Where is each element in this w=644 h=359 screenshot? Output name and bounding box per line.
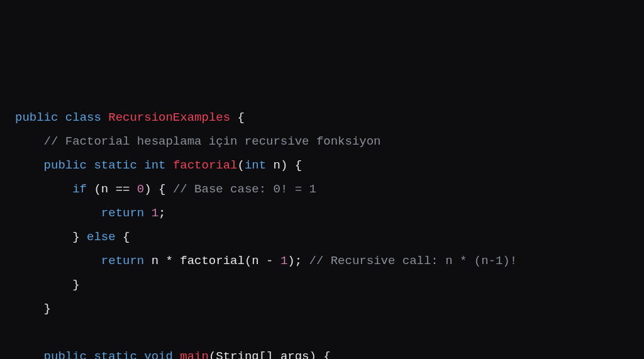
code-line: return n * factorial(n - 1); // Recursiv… [15, 249, 629, 273]
code-token [137, 350, 144, 359]
code-token: RecursionExamples [108, 111, 230, 124]
code-token: } [15, 230, 87, 244]
code-line: public static void main(String[] args) { [15, 345, 629, 359]
code-token: { [230, 111, 245, 124]
code-token [15, 182, 72, 196]
code-token: 1 [280, 254, 287, 268]
code-line [15, 321, 629, 345]
code-token [173, 350, 180, 359]
code-token: n * factorial(n - [144, 254, 280, 268]
code-token: public [15, 111, 58, 124]
code-token: // Recursive call: n * (n-1)! [309, 254, 518, 268]
code-token: void [144, 350, 173, 359]
code-token: { [116, 230, 130, 244]
code-token: ) { [144, 182, 173, 196]
code-token: class [65, 111, 101, 124]
code-token [130, 182, 136, 196]
code-token [144, 206, 151, 220]
code-line: if (n == 0) { // Base case: 0! = 1 [15, 177, 629, 201]
code-line: // Factorial hesaplama için recursive fo… [15, 130, 629, 153]
code-token: } [15, 278, 80, 292]
code-token: public [44, 158, 87, 172]
code-token: n) { [266, 158, 302, 172]
code-token: if [72, 182, 87, 196]
code-token: 0 [137, 182, 144, 196]
code-token: 1 [152, 206, 158, 220]
code-token: == [116, 182, 130, 196]
code-token [137, 158, 144, 172]
code-line: } else { [15, 225, 629, 249]
code-token: // Base case: 0! = 1 [173, 182, 316, 196]
code-token [87, 158, 94, 172]
code-block: public class RecursionExamples { // Fact… [15, 106, 629, 359]
code-line: } [15, 273, 629, 297]
code-token: ( [238, 158, 245, 172]
code-line: } [15, 297, 629, 321]
code-token [15, 350, 44, 359]
code-token: // Factorial hesaplama için recursive fo… [44, 135, 381, 148]
code-token: static [94, 350, 136, 359]
code-token: (String[] args) { [209, 350, 331, 359]
code-token: public [44, 350, 87, 359]
code-token: } [15, 302, 51, 316]
code-token [15, 206, 101, 220]
code-token [101, 111, 108, 124]
code-token: return [101, 254, 144, 268]
code-token: return [101, 206, 144, 220]
code-token: int [245, 158, 266, 172]
code-token: ); [287, 254, 309, 268]
code-token [87, 350, 94, 359]
code-line: public class RecursionExamples { [15, 106, 629, 130]
code-token [58, 111, 65, 124]
code-token: else [87, 230, 116, 244]
code-token: int [144, 158, 165, 172]
code-token: (n [87, 182, 116, 196]
code-token: main [180, 350, 209, 359]
code-line: public static int factorial(int n) { [15, 153, 629, 177]
code-token [15, 158, 44, 172]
code-token: ; [158, 206, 165, 220]
code-token: static [94, 158, 136, 172]
code-token [15, 135, 44, 148]
code-line: return 1; [15, 201, 629, 225]
code-token [15, 254, 101, 268]
code-token [165, 158, 172, 172]
code-token: factorial [173, 158, 238, 172]
